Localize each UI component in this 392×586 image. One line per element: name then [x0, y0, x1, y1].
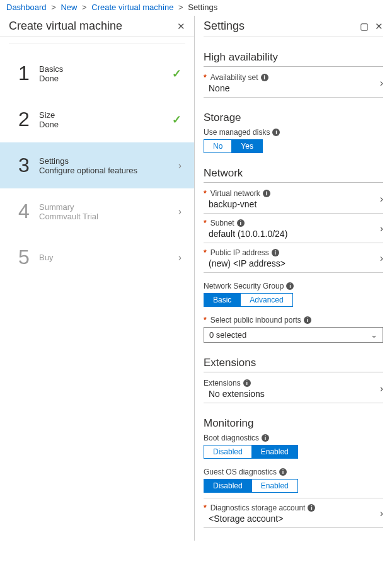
- required-icon: *: [204, 219, 207, 227]
- nsg-toggle: Basic Advanced: [204, 293, 293, 307]
- required-icon: *: [204, 503, 207, 512]
- wizard-step-basics[interactable]: 1 Basics Done ✓: [0, 50, 194, 96]
- section-high-availability: High availability: [204, 51, 383, 67]
- close-icon[interactable]: ✕: [177, 21, 185, 31]
- info-icon[interactable]: i: [279, 468, 287, 476]
- info-icon[interactable]: i: [243, 379, 251, 387]
- field-value: None: [209, 83, 380, 93]
- field-label: Availability set: [210, 73, 258, 82]
- wizard-step-summary[interactable]: 4 Summary Commvault Trial ›: [0, 188, 194, 234]
- nsg-basic[interactable]: Basic: [204, 294, 240, 306]
- required-icon: *: [204, 316, 207, 325]
- chevron-right-icon: ›: [380, 383, 383, 394]
- breadcrumb-sep: >: [178, 3, 183, 12]
- breadcrumb-link[interactable]: Create virtual machine: [91, 3, 173, 12]
- field-label: Virtual network: [210, 189, 260, 198]
- chevron-right-icon: ›: [380, 78, 383, 89]
- wizard-step-size[interactable]: 2 Size Done ✓: [0, 96, 194, 142]
- field-label: Boot diagnostics: [204, 434, 259, 442]
- step-title: Settings: [39, 156, 178, 166]
- wizard-steps: 1 Basics Done ✓ 2 Size Done ✓ 3 Settings: [0, 50, 194, 280]
- breadcrumb-sep: >: [51, 3, 56, 12]
- breadcrumb-link[interactable]: Dashboard: [6, 3, 47, 12]
- close-icon[interactable]: ✕: [375, 21, 383, 31]
- info-icon[interactable]: i: [263, 190, 270, 197]
- left-blade-title: Create virtual machine: [9, 20, 122, 33]
- required-icon: *: [204, 189, 207, 198]
- section-storage: Storage: [204, 112, 383, 127]
- step-title: Basics: [39, 64, 172, 74]
- boot-diagnostics-toggle: Disabled Enabled: [204, 445, 298, 459]
- info-icon[interactable]: i: [261, 74, 268, 81]
- field-label: Diagnostics storage account: [210, 503, 306, 512]
- field-diag-storage[interactable]: * Diagnostics storage account i <Storage…: [204, 498, 383, 528]
- nsg-advanced[interactable]: Advanced: [240, 294, 292, 306]
- section-monitoring: Monitoring: [204, 417, 383, 432]
- required-icon: *: [204, 248, 207, 257]
- info-icon[interactable]: i: [308, 504, 315, 512]
- field-virtual-network[interactable]: * Virtual network i backup-vnet ›: [204, 184, 383, 214]
- field-label: Subnet: [210, 219, 234, 227]
- guest-diag-disabled[interactable]: Disabled: [204, 480, 251, 492]
- field-label: Use managed disks: [204, 128, 270, 137]
- field-value: backup-vnet: [209, 199, 380, 209]
- breadcrumb-sep: >: [82, 3, 87, 12]
- breadcrumb-current: Settings: [188, 3, 217, 12]
- step-number: 3: [13, 154, 35, 177]
- step-title: Size: [39, 110, 172, 120]
- chevron-right-icon: ›: [380, 223, 383, 234]
- chevron-right-icon: ›: [380, 253, 383, 264]
- step-subtitle: Configure optional features: [39, 166, 178, 175]
- chevron-down-icon: ⌄: [371, 330, 378, 340]
- field-public-ip[interactable]: * Public IP address i (new) <IP address>…: [204, 243, 383, 273]
- wizard-step-buy[interactable]: 5 Buy ›: [0, 234, 194, 280]
- step-number: 2: [13, 108, 35, 131]
- info-icon[interactable]: i: [304, 316, 311, 324]
- section-extensions: Extensions: [204, 357, 383, 372]
- boot-diag-disabled[interactable]: Disabled: [204, 445, 251, 458]
- field-label: Select public inbound ports: [210, 316, 301, 325]
- step-subtitle: Done: [39, 120, 172, 129]
- chevron-right-icon: ›: [178, 206, 182, 217]
- breadcrumb-link[interactable]: New: [61, 3, 77, 12]
- guest-diag-enabled[interactable]: Enabled: [251, 480, 297, 492]
- field-extensions[interactable]: Extensions i No extensions ›: [204, 374, 383, 403]
- field-value: default (10.0.1.0/24): [209, 229, 380, 239]
- info-icon[interactable]: i: [272, 129, 280, 136]
- section-network: Network: [204, 167, 383, 183]
- chevron-right-icon: ›: [380, 193, 383, 205]
- step-subtitle: Commvault Trial: [39, 212, 178, 221]
- field-availability-set[interactable]: * Availability set i None ›: [204, 68, 383, 98]
- field-subnet[interactable]: * Subnet i default (10.0.1.0/24) ›: [204, 214, 383, 243]
- managed-disks-toggle: No Yes: [204, 139, 263, 153]
- checkmark-icon: ✓: [172, 67, 182, 81]
- field-value: <Storage account>: [209, 514, 380, 524]
- field-label: Network Security Group: [204, 282, 284, 290]
- managed-disks-yes[interactable]: Yes: [231, 140, 262, 152]
- step-title: Buy: [39, 253, 178, 262]
- field-label: Guest OS diagnostics: [204, 468, 277, 476]
- step-subtitle: Done: [39, 74, 172, 83]
- guest-diagnostics-toggle: Disabled Enabled: [204, 479, 298, 493]
- restore-icon[interactable]: ▢: [360, 21, 369, 31]
- step-number: 4: [13, 200, 35, 223]
- step-number: 5: [13, 246, 35, 269]
- field-value: (new) <IP address>: [209, 258, 380, 268]
- info-icon[interactable]: i: [237, 219, 245, 227]
- wizard-step-settings[interactable]: 3 Settings Configure optional features ›: [0, 142, 194, 188]
- chevron-right-icon: ›: [178, 160, 182, 171]
- dropdown-value: 0 selected: [209, 330, 246, 340]
- managed-disks-no[interactable]: No: [204, 140, 231, 152]
- info-icon[interactable]: i: [272, 249, 279, 256]
- field-value: No extensions: [209, 389, 380, 399]
- inbound-ports-dropdown[interactable]: 0 selected ⌄: [204, 327, 383, 343]
- right-blade-title: Settings: [204, 20, 245, 33]
- step-title: Summary: [39, 202, 178, 212]
- field-label: Public IP address: [210, 248, 269, 257]
- step-number: 1: [13, 62, 35, 85]
- info-icon[interactable]: i: [286, 282, 294, 290]
- field-label: Extensions: [204, 379, 241, 388]
- chevron-right-icon: ›: [178, 252, 182, 263]
- boot-diag-enabled[interactable]: Enabled: [251, 445, 297, 458]
- info-icon[interactable]: i: [262, 434, 269, 442]
